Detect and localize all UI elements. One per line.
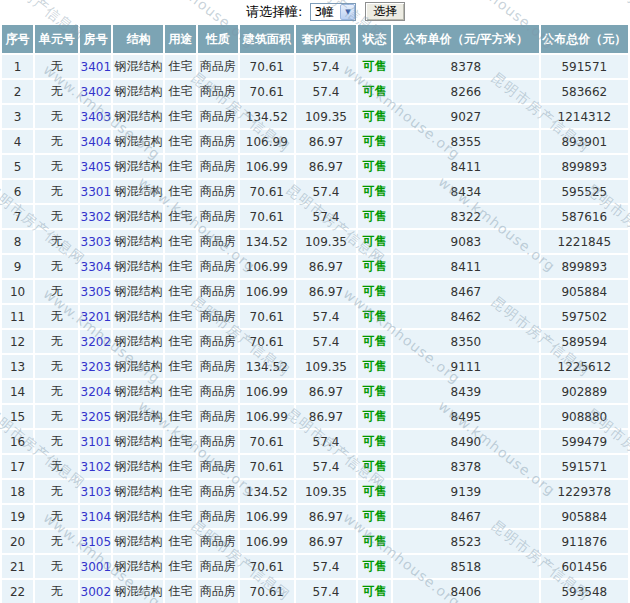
cell-use: 住宅 bbox=[165, 355, 195, 378]
table-row: 20无3105钢混结构住宅商品房106.9986.97可售8523911876 bbox=[2, 530, 628, 553]
table-row: 7无3302钢混结构住宅商品房70.6157.4可售8322587616 bbox=[2, 205, 628, 228]
cell-room[interactable]: 3201 bbox=[80, 305, 111, 328]
cell-total-price: 1214312 bbox=[541, 105, 628, 128]
listing-page: 昆明市房产信息网www.kmhouse.org昆明市房产信息网www.kmhou… bbox=[0, 0, 630, 603]
cell-nature: 商品房 bbox=[198, 355, 238, 378]
cell-area: 134.52 bbox=[240, 480, 294, 503]
cell-status: 可售 bbox=[358, 480, 391, 503]
cell-nature: 商品房 bbox=[198, 480, 238, 503]
cell-unit: 无 bbox=[35, 405, 78, 428]
cell-total-price: 902889 bbox=[541, 380, 628, 403]
cell-room[interactable]: 3301 bbox=[80, 180, 111, 203]
cell-structure: 钢混结构 bbox=[113, 155, 163, 178]
cell-total-price: 599479 bbox=[541, 430, 628, 453]
cell-room[interactable]: 3104 bbox=[80, 505, 111, 528]
cell-use: 住宅 bbox=[165, 480, 195, 503]
cell-structure: 钢混结构 bbox=[113, 355, 163, 378]
cell-unit-price: 8355 bbox=[393, 130, 538, 153]
cell-use: 住宅 bbox=[165, 530, 195, 553]
cell-structure: 钢混结构 bbox=[113, 55, 163, 78]
cell-room[interactable]: 3401 bbox=[80, 55, 111, 78]
cell-room[interactable]: 3002 bbox=[80, 580, 111, 603]
table-body: 1无3401钢混结构住宅商品房70.6157.4可售83785915712无34… bbox=[2, 55, 628, 603]
cell-status: 可售 bbox=[358, 455, 391, 478]
cell-room[interactable]: 3304 bbox=[80, 255, 111, 278]
cell-room[interactable]: 3403 bbox=[80, 105, 111, 128]
cell-unit: 无 bbox=[35, 205, 78, 228]
cell-seq: 16 bbox=[2, 430, 33, 453]
header-area: 建筑面积 bbox=[240, 25, 294, 53]
cell-status: 可售 bbox=[358, 380, 391, 403]
select-button[interactable]: 选择 bbox=[365, 2, 405, 21]
cell-room[interactable]: 3305 bbox=[80, 280, 111, 303]
cell-room[interactable]: 3302 bbox=[80, 205, 111, 228]
cell-unit-price: 9083 bbox=[393, 230, 538, 253]
cell-room[interactable]: 3404 bbox=[80, 130, 111, 153]
cell-nature: 商品房 bbox=[198, 105, 238, 128]
chevron-down-icon[interactable]: ▼ bbox=[340, 4, 355, 20]
cell-use: 住宅 bbox=[165, 380, 195, 403]
cell-unit: 无 bbox=[35, 155, 78, 178]
cell-seq: 15 bbox=[2, 405, 33, 428]
header-structure: 结构 bbox=[113, 25, 163, 53]
cell-area: 106.99 bbox=[240, 530, 294, 553]
cell-room[interactable]: 3405 bbox=[80, 155, 111, 178]
cell-room[interactable]: 3402 bbox=[80, 80, 111, 103]
cell-structure: 钢混结构 bbox=[113, 330, 163, 353]
cell-total-price: 595525 bbox=[541, 180, 628, 203]
cell-inner-area: 86.97 bbox=[296, 380, 356, 403]
cell-room[interactable]: 3103 bbox=[80, 480, 111, 503]
cell-nature: 商品房 bbox=[198, 405, 238, 428]
cell-use: 住宅 bbox=[165, 180, 195, 203]
cell-area: 106.99 bbox=[240, 155, 294, 178]
table-row: 3无3403钢混结构住宅商品房134.52109.35可售90271214312 bbox=[2, 105, 628, 128]
cell-structure: 钢混结构 bbox=[113, 555, 163, 578]
cell-area: 70.61 bbox=[240, 180, 294, 203]
building-select-label: 请选择幢: bbox=[246, 3, 302, 21]
cell-use: 住宅 bbox=[165, 555, 195, 578]
cell-structure: 钢混结构 bbox=[113, 105, 163, 128]
cell-unit-price: 9139 bbox=[393, 480, 538, 503]
cell-room[interactable]: 3102 bbox=[80, 455, 111, 478]
cell-seq: 17 bbox=[2, 455, 33, 478]
cell-use: 住宅 bbox=[165, 430, 195, 453]
cell-unit: 无 bbox=[35, 55, 78, 78]
cell-room[interactable]: 3303 bbox=[80, 230, 111, 253]
cell-status: 可售 bbox=[358, 105, 391, 128]
cell-room[interactable]: 3202 bbox=[80, 330, 111, 353]
cell-room[interactable]: 3101 bbox=[80, 430, 111, 453]
cell-seq: 22 bbox=[2, 580, 33, 603]
cell-use: 住宅 bbox=[165, 105, 195, 128]
table-row: 18无3103钢混结构住宅商品房134.52109.35可售9139122937… bbox=[2, 480, 628, 503]
building-select[interactable]: 3幢 ▼ bbox=[310, 3, 356, 21]
listing-table: 序号 单元号 房号 结构 用途 性质 建筑面积 套内面积 状态 公布单价（元/平… bbox=[0, 23, 630, 603]
cell-total-price: 589594 bbox=[541, 330, 628, 353]
cell-status: 可售 bbox=[358, 530, 391, 553]
cell-unit: 无 bbox=[35, 480, 78, 503]
cell-use: 住宅 bbox=[165, 405, 195, 428]
cell-room[interactable]: 3204 bbox=[80, 380, 111, 403]
cell-total-price: 583662 bbox=[541, 80, 628, 103]
cell-seq: 6 bbox=[2, 180, 33, 203]
cell-structure: 钢混结构 bbox=[113, 255, 163, 278]
building-select-value: 3幢 bbox=[311, 4, 340, 20]
cell-room[interactable]: 3001 bbox=[80, 555, 111, 578]
cell-inner-area: 86.97 bbox=[296, 505, 356, 528]
cell-inner-area: 109.35 bbox=[296, 480, 356, 503]
cell-seq: 19 bbox=[2, 505, 33, 528]
cell-room[interactable]: 3105 bbox=[80, 530, 111, 553]
header-unit: 单元号 bbox=[35, 25, 78, 53]
cell-inner-area: 109.35 bbox=[296, 355, 356, 378]
cell-room[interactable]: 3203 bbox=[80, 355, 111, 378]
cell-total-price: 601456 bbox=[541, 555, 628, 578]
cell-seq: 2 bbox=[2, 80, 33, 103]
building-selector-toolbar: 请选择幢: 3幢 ▼ 选择 bbox=[0, 0, 630, 23]
cell-room[interactable]: 3205 bbox=[80, 405, 111, 428]
cell-area: 106.99 bbox=[240, 255, 294, 278]
cell-unit: 无 bbox=[35, 580, 78, 603]
cell-structure: 钢混结构 bbox=[113, 305, 163, 328]
cell-seq: 1 bbox=[2, 55, 33, 78]
cell-structure: 钢混结构 bbox=[113, 280, 163, 303]
header-use: 用途 bbox=[165, 25, 195, 53]
cell-unit: 无 bbox=[35, 305, 78, 328]
